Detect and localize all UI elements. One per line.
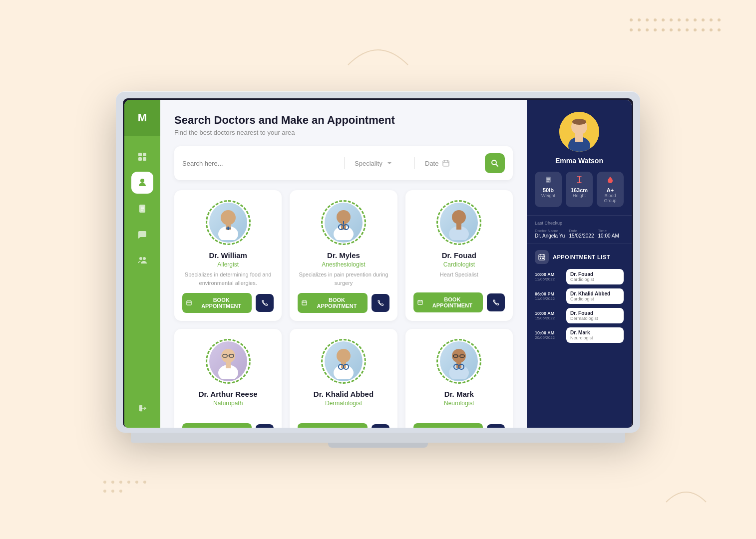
svg-point-43 xyxy=(143,257,146,260)
apt-section-title: APPOINTMENT LIST xyxy=(553,254,610,260)
speciality-select[interactable]: Speciality xyxy=(350,160,409,167)
svg-point-28 xyxy=(135,481,138,484)
apt-doctor-box-2: Dr. Fouad Dermatologist xyxy=(566,308,624,323)
apt-time-0: 10:00 AM 11/05/2022 xyxy=(535,272,562,281)
search-input[interactable] xyxy=(182,160,339,167)
svg-point-0 xyxy=(630,18,633,21)
svg-point-4 xyxy=(662,18,665,21)
svg-rect-71 xyxy=(456,224,461,230)
page-title: Search Doctors and Make an Appointment xyxy=(174,114,513,127)
call-button-5[interactable] xyxy=(487,424,505,428)
svg-rect-121 xyxy=(542,258,544,259)
svg-point-69 xyxy=(452,210,466,224)
doctor-specialty-1: Anesthesiologist xyxy=(322,261,365,268)
sidebar-item-doctors[interactable] xyxy=(131,172,153,194)
apt-time-val-0: 10:00 AM xyxy=(535,272,562,277)
sidebar-logo: M xyxy=(124,100,160,136)
avatar-wrap-2 xyxy=(436,200,481,245)
stat-blood: A+ Blood Group xyxy=(597,172,624,207)
card-actions-1: BOOK APPOINTMENT xyxy=(298,293,389,313)
doctor-desc-1: Specializes in pain prevention during su… xyxy=(298,270,389,287)
doctor-card-4: Dr. Khalid Abbed Dermatologist xyxy=(290,329,397,428)
apt-date-val-0: 11/05/2022 xyxy=(535,277,562,281)
doctor-name-1: Dr. Myles xyxy=(327,251,360,260)
sidebar-bottom xyxy=(131,387,153,428)
search-button[interactable] xyxy=(485,153,505,173)
blood-label: Blood Group xyxy=(600,193,621,203)
weight-icon xyxy=(544,176,552,185)
doctor-desc-2: Heart Specialist xyxy=(440,270,478,286)
date-input[interactable]: Date xyxy=(420,160,480,167)
checkup-doctor-label: Doctor Name xyxy=(535,229,565,233)
apt-doctor-name-1: Dr. Khalid Abbed xyxy=(570,291,620,296)
apt-doctor-spec-1: Cardiologist xyxy=(570,296,620,301)
sidebar-item-patients[interactable] xyxy=(131,250,153,271)
svg-point-10 xyxy=(710,18,713,21)
book-button-1[interactable]: BOOK APPOINTMENT xyxy=(298,293,367,313)
call-button-3[interactable] xyxy=(256,424,274,428)
card-actions-0: BOOK APPOINTMENT xyxy=(182,293,274,313)
doctor-card-5: Dr. Mark Neurologist xyxy=(405,329,513,428)
apt-section-header: APPOINTMENT LIST xyxy=(535,250,624,264)
svg-point-1 xyxy=(638,18,641,21)
call-button-4[interactable] xyxy=(372,424,389,428)
svg-rect-72 xyxy=(418,300,422,304)
svg-point-3 xyxy=(654,18,657,21)
search-input-wrap[interactable] xyxy=(182,159,339,168)
doctor-card-3: Dr. Arthur Reese Naturopath xyxy=(174,329,282,428)
sidebar-item-dashboard[interactable] xyxy=(131,146,153,168)
blood-icon xyxy=(606,176,614,185)
book-button-2[interactable]: BOOK APPOINTMENT xyxy=(413,292,483,312)
apt-date-val-1: 11/05/2022 xyxy=(535,296,562,301)
search-divider xyxy=(344,157,345,169)
doctor-name-0: Dr. William xyxy=(209,251,247,260)
apt-doctor-box-0: Dr. Fouad Cardiologist xyxy=(566,269,624,284)
book-button-0[interactable]: BOOK APPOINTMENT xyxy=(182,293,252,313)
svg-point-27 xyxy=(127,481,130,484)
apt-item-0: 10:00 AM 11/05/2022 Dr. Fouad Cardiologi… xyxy=(535,269,624,284)
book-button-4[interactable]: BOOK APPOINTMENT xyxy=(298,423,367,428)
svg-point-42 xyxy=(139,257,142,260)
book-button-3[interactable]: BOOK APPOINTMENT xyxy=(182,423,252,428)
sidebar-item-messages[interactable] xyxy=(131,224,153,246)
avatar-wrap-0 xyxy=(206,200,251,245)
svg-rect-55 xyxy=(187,301,191,305)
apt-doctor-spec-0: Cardiologist xyxy=(570,277,620,282)
search-icon xyxy=(491,159,499,167)
book-label-4: BOOK APPOINTMENT xyxy=(310,427,363,428)
checkup-label: Last Checkup xyxy=(535,221,624,226)
avatar-4 xyxy=(325,341,363,381)
svg-point-14 xyxy=(646,28,649,31)
apt-date-val-2: 15/05/2022 xyxy=(535,316,562,320)
right-panel: Emma Watson xyxy=(527,100,632,428)
calendar-icon-small xyxy=(186,300,192,306)
appointment-section: APPOINTMENT LIST 10:00 AM 11/05/2022 Dr.… xyxy=(527,244,632,421)
svg-point-29 xyxy=(143,481,146,484)
svg-line-49 xyxy=(496,164,498,166)
sidebar-item-records[interactable] xyxy=(131,198,153,220)
avatar-wrap-5 xyxy=(436,339,481,384)
book-button-5[interactable]: BOOK APPOINTMENT xyxy=(413,423,483,428)
sidebar: M xyxy=(124,100,160,428)
phone-icon-2 xyxy=(492,299,499,306)
appointment-list-icon xyxy=(535,250,549,264)
svg-rect-81 xyxy=(226,362,231,368)
calendar-icon-small-2 xyxy=(417,299,423,305)
call-button-1[interactable] xyxy=(372,294,389,312)
call-button-2[interactable] xyxy=(487,293,505,311)
apt-time-1: 06:00 PM 11/05/2022 xyxy=(535,291,562,301)
call-button-0[interactable] xyxy=(256,294,274,312)
book-label-3: BOOK APPOINTMENT xyxy=(195,427,248,428)
apt-doctor-name-2: Dr. Fouad xyxy=(570,310,620,316)
svg-point-50 xyxy=(221,210,236,225)
svg-rect-34 xyxy=(143,153,146,156)
svg-point-13 xyxy=(638,28,641,31)
height-label: Height xyxy=(573,193,586,198)
svg-point-19 xyxy=(686,28,689,31)
svg-point-7 xyxy=(686,18,689,21)
doctor-name-5: Dr. Mark xyxy=(444,390,474,398)
checkup-date-value: 15/02/2022 xyxy=(569,233,594,239)
sidebar-item-logout[interactable] xyxy=(131,397,153,419)
search-bar: Speciality Date xyxy=(174,146,513,180)
calendar-icon-small-1 xyxy=(302,300,307,306)
